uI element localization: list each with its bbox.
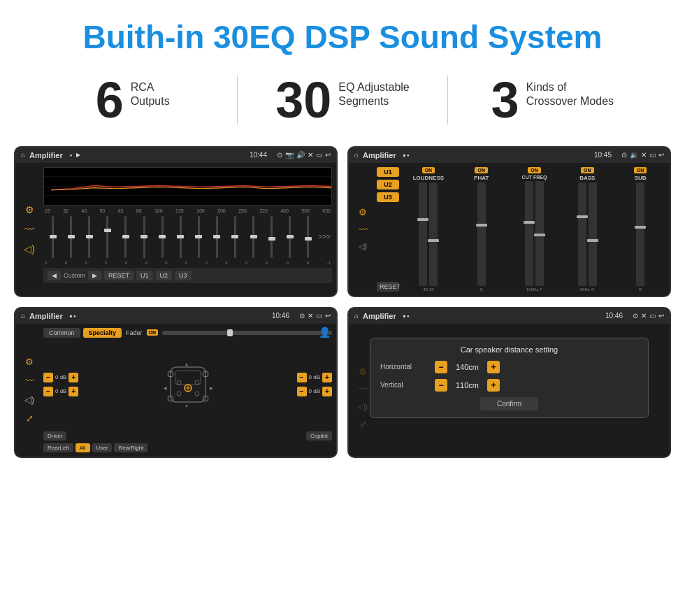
fader-thumb[interactable] xyxy=(227,329,233,336)
back-icon[interactable]: ↩ xyxy=(325,151,331,159)
home-icon[interactable]: ⌂ xyxy=(21,151,25,159)
svg-point-8 xyxy=(177,392,181,396)
dist-horizontal-value: 140cm xyxy=(452,363,483,371)
eq-next-button[interactable]: ▶ xyxy=(88,271,101,280)
dist-horizontal-control: − 140cm + xyxy=(435,361,500,373)
dist-horizontal-minus[interactable]: − xyxy=(435,361,447,373)
eq-slider-4[interactable] xyxy=(99,216,115,258)
preset-u2[interactable]: U2 xyxy=(377,180,399,189)
spk-fl-minus[interactable]: − xyxy=(43,373,53,382)
dist-time: 10:46 xyxy=(605,312,623,320)
cross-wave-icon[interactable]: 〰 xyxy=(359,224,368,235)
eq-speaker-icon[interactable]: ◁) xyxy=(24,243,35,255)
eq-slider-1[interactable] xyxy=(45,216,61,258)
zone-user[interactable]: User xyxy=(92,443,113,452)
dist-vertical-minus[interactable]: − xyxy=(435,379,447,392)
spk-fr-plus[interactable]: + xyxy=(322,373,332,382)
zone-rearright[interactable]: RearRight xyxy=(114,443,147,452)
loudness-slider-2[interactable] xyxy=(429,182,438,286)
eq-slider-13[interactable] xyxy=(264,216,280,258)
eq-slider-12[interactable] xyxy=(245,216,261,258)
preset-u1[interactable]: U1 xyxy=(377,167,399,177)
phat-slider[interactable] xyxy=(477,182,486,286)
fader-on-badge[interactable]: ON xyxy=(147,329,159,336)
spk-wave-icon[interactable]: 〰 xyxy=(25,375,34,386)
spk-fl-plus[interactable]: + xyxy=(68,373,78,382)
sub-on[interactable]: ON xyxy=(634,167,647,173)
stat-divider-1 xyxy=(237,76,238,124)
user-profile-icon[interactable]: 👤 xyxy=(319,327,331,338)
zone-copilot[interactable]: Copilot xyxy=(306,431,332,440)
bass-label: BASS xyxy=(579,175,595,181)
cutfreq-on[interactable]: ON xyxy=(528,167,541,173)
channel-phat: ON PHAT G xyxy=(456,167,507,292)
bass-slider-1[interactable] xyxy=(578,182,586,286)
eq-prev-button[interactable]: ◀ xyxy=(48,271,61,280)
tab-common[interactable]: Common xyxy=(43,328,80,338)
home-icon-2[interactable]: ⌂ xyxy=(354,151,359,159)
sub-slider[interactable] xyxy=(636,182,644,286)
eq-slider-6[interactable] xyxy=(136,216,152,258)
back-icon-3[interactable]: ↩ xyxy=(325,312,331,320)
eq-slider-14[interactable] xyxy=(282,216,298,258)
eq-slider-2[interactable] xyxy=(63,216,79,258)
spk-rl-plus[interactable]: + xyxy=(68,387,78,396)
preset-u3[interactable]: U3 xyxy=(377,192,399,202)
cutfreq-slider-1[interactable] xyxy=(525,181,533,286)
eq-slider-10[interactable] xyxy=(209,216,225,258)
cutfreq-slider-2[interactable] xyxy=(535,181,544,286)
tab-specialty[interactable]: Specialty xyxy=(83,328,122,338)
spk-rr-plus[interactable]: + xyxy=(322,387,332,396)
zone-all[interactable]: All xyxy=(75,443,90,452)
eq-more-icon[interactable]: >>> xyxy=(318,233,331,241)
spk-fl-control: − 0 dB + xyxy=(43,373,89,382)
home-icon-3[interactable]: ⌂ xyxy=(21,312,25,320)
eq-slider-11[interactable] xyxy=(227,216,243,258)
fader-track[interactable] xyxy=(162,331,332,335)
phat-on[interactable]: ON xyxy=(475,167,488,173)
back-icon-4[interactable]: ↩ xyxy=(658,312,664,320)
spk-speaker-icon[interactable]: ◁) xyxy=(24,394,34,405)
zone-driver[interactable]: Driver xyxy=(43,431,66,440)
eq-slider-7[interactable] xyxy=(154,216,171,258)
bass-on[interactable]: ON xyxy=(581,167,594,173)
cross-body: ⚙ 〰 ◁) U1 U2 U3 RESET ON LOUDNESS xyxy=(349,163,670,296)
eq-filter-icon[interactable]: ⚙ xyxy=(25,204,34,215)
location-icon: ⊙ xyxy=(277,151,282,159)
eq-u3-button[interactable]: U3 xyxy=(175,271,192,280)
eq-arrow: ▶ xyxy=(76,152,80,158)
cross-reset-button[interactable]: RESET xyxy=(377,282,399,292)
sub-label: SUB xyxy=(635,175,647,181)
dist-confirm-button[interactable]: Confirm xyxy=(480,397,538,410)
stat-rca-number: 6 xyxy=(96,75,124,125)
zone-rearleft[interactable]: RearLeft xyxy=(43,443,73,452)
spk-rr-minus[interactable]: − xyxy=(297,387,307,396)
eq-u2-button[interactable]: U2 xyxy=(156,271,173,280)
cutfreq-val-1: 100Hz xyxy=(526,287,538,292)
eq-custom-label: Custom xyxy=(64,272,85,279)
spk-filter-icon[interactable]: ⚙ xyxy=(25,357,34,367)
eq-slider-8[interactable] xyxy=(173,216,189,258)
stat-eq-number: 30 xyxy=(275,75,331,125)
dist-vertical-plus[interactable]: + xyxy=(487,379,500,392)
eq-slider-3[interactable] xyxy=(81,216,97,258)
eq-wave-icon[interactable]: 〰 xyxy=(24,224,34,235)
cross-speaker-icon[interactable]: ◁) xyxy=(359,242,367,251)
home-icon-4[interactable]: ⌂ xyxy=(354,312,359,320)
cross-filter-icon[interactable]: ⚙ xyxy=(359,207,367,217)
eq-slider-9[interactable] xyxy=(191,216,207,258)
spk-fr-minus[interactable]: − xyxy=(297,373,307,382)
spk-rl-minus[interactable]: − xyxy=(43,387,53,396)
bass-slider-2[interactable] xyxy=(589,182,597,286)
loudness-slider[interactable] xyxy=(419,182,427,286)
stat-eq: 30 EQ AdjustableSegments xyxy=(252,75,433,125)
eq-slider-15[interactable] xyxy=(300,216,316,258)
back-icon-2[interactable]: ↩ xyxy=(658,151,664,159)
dist-horizontal-row: Horizontal − 140cm + xyxy=(380,361,638,373)
spk-arrows-icon[interactable]: ⤢ xyxy=(26,413,34,424)
loudness-on[interactable]: ON xyxy=(422,167,435,173)
eq-reset-button[interactable]: RESET xyxy=(104,271,134,280)
eq-u1-button[interactable]: U1 xyxy=(136,271,153,280)
eq-slider-5[interactable] xyxy=(117,216,134,258)
dist-horizontal-plus[interactable]: + xyxy=(487,361,500,373)
